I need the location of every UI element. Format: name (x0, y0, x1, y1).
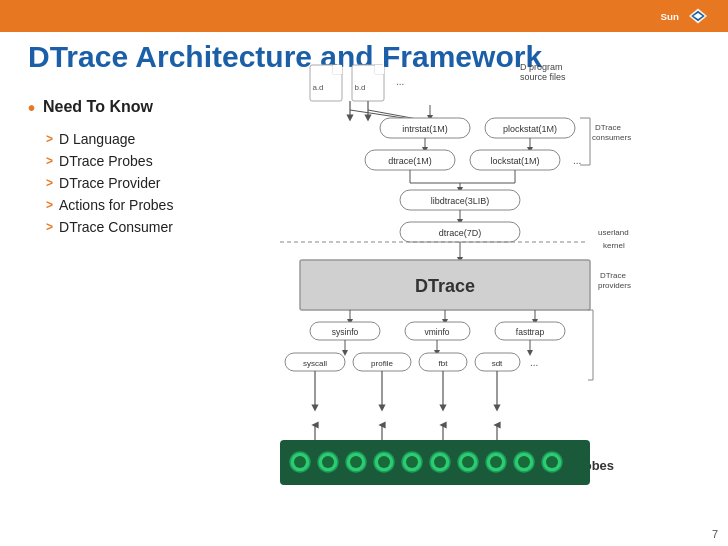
svg-text:kernel: kernel (603, 241, 625, 250)
chevron-icon: > (46, 154, 53, 168)
svg-point-94 (322, 456, 334, 468)
svg-text:userland: userland (598, 228, 629, 237)
svg-rect-11 (375, 65, 384, 74)
svg-point-110 (546, 456, 558, 468)
main-bullet-label: Need To Know (43, 98, 153, 116)
sun-logo-icon: Sun (656, 5, 716, 27)
svg-text:syscall: syscall (303, 359, 327, 368)
chevron-icon: > (46, 176, 53, 190)
main-bullet: • Need To Know (28, 98, 278, 118)
svg-text:a.d: a.d (312, 83, 323, 92)
svg-text:dtrace(7D): dtrace(7D) (439, 228, 482, 238)
list-item: > DTrace Provider (46, 172, 278, 194)
svg-text:consumers: consumers (592, 133, 631, 142)
svg-text:lockstat(1M): lockstat(1M) (490, 156, 539, 166)
sub-item-label: Actions for Probes (59, 197, 173, 213)
list-item: > D Language (46, 128, 278, 150)
sub-items-list: > D Language > DTrace Probes > DTrace Pr… (46, 128, 278, 238)
bullet-icon: • (28, 98, 35, 118)
svg-text:b.d: b.d (354, 83, 365, 92)
sub-item-label: DTrace Provider (59, 175, 160, 191)
top-bar: Sun (0, 0, 728, 32)
list-item: > Actions for Probes (46, 194, 278, 216)
svg-text:DTrace: DTrace (600, 271, 626, 280)
svg-rect-7 (333, 65, 342, 74)
svg-point-100 (406, 456, 418, 468)
svg-point-92 (294, 456, 306, 468)
svg-text:fasttrap: fasttrap (516, 327, 545, 337)
list-item: > DTrace Probes (46, 150, 278, 172)
left-content: • Need To Know > D Language > DTrace Pro… (28, 98, 278, 238)
sub-item-label: DTrace Consumer (59, 219, 173, 235)
svg-text:...: ... (396, 76, 404, 87)
svg-text:dtrace(1M): dtrace(1M) (388, 156, 432, 166)
svg-point-104 (462, 456, 474, 468)
svg-point-106 (490, 456, 502, 468)
svg-text:libdtrace(3LIB): libdtrace(3LIB) (431, 196, 490, 206)
svg-text:Sun: Sun (661, 11, 679, 22)
svg-text:profile: profile (371, 359, 393, 368)
source-files-label: source files (520, 72, 566, 82)
sub-item-label: D Language (59, 131, 135, 147)
svg-text:vminfo: vminfo (424, 327, 449, 337)
svg-text:sysinfo: sysinfo (332, 327, 359, 337)
svg-text:intrstat(1M): intrstat(1M) (402, 124, 448, 134)
svg-point-108 (518, 456, 530, 468)
svg-text:providers: providers (598, 281, 631, 290)
svg-text:sdt: sdt (492, 359, 503, 368)
svg-text:DTrace: DTrace (595, 123, 621, 132)
svg-text:...: ... (530, 357, 538, 368)
svg-text:plockstat(1M): plockstat(1M) (503, 124, 557, 134)
architecture-diagram: D program source files a.d b.d ... intrs… (270, 50, 720, 540)
svg-point-102 (434, 456, 446, 468)
chevron-icon: > (46, 132, 53, 146)
svg-text:DTrace: DTrace (415, 276, 475, 296)
svg-text:fbt: fbt (439, 359, 449, 368)
sub-item-label: DTrace Probes (59, 153, 153, 169)
chevron-icon: > (46, 198, 53, 212)
chevron-icon: > (46, 220, 53, 234)
svg-text:...: ... (573, 155, 581, 166)
svg-point-96 (350, 456, 362, 468)
d-program-label: D program (520, 62, 563, 72)
svg-point-98 (378, 456, 390, 468)
list-item: > DTrace Consumer (46, 216, 278, 238)
